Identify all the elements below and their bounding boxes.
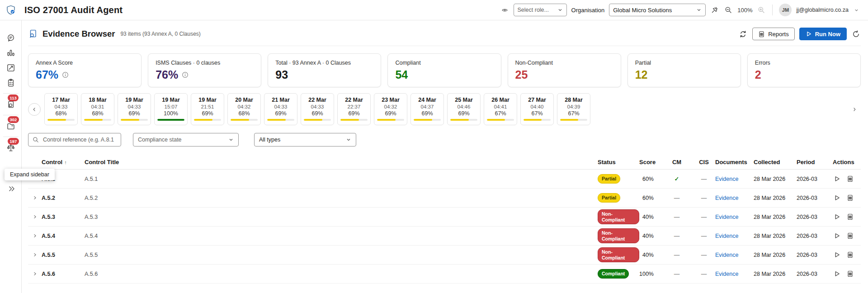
row-expand-button[interactable] [28, 270, 42, 277]
sidebar: 113 302 197 [0, 20, 22, 293]
run-history-tile[interactable]: 18 Mar 04:31 68% [81, 93, 114, 125]
stat-card-value: 25 [515, 69, 528, 80]
run-history-tile[interactable]: 28 Mar 04:39 67% [557, 93, 590, 125]
chevron-down-icon [557, 7, 563, 13]
evidence-link[interactable]: Evidence [715, 176, 738, 182]
evidence-link[interactable]: Evidence [715, 195, 738, 201]
run-control-icon[interactable] [833, 213, 841, 221]
control-search-input[interactable] [42, 136, 117, 143]
scale-icon [6, 143, 15, 152]
col-collected[interactable]: Collected [754, 159, 797, 165]
sidebar-item-folder[interactable]: 302 [0, 118, 21, 133]
reports-button[interactable]: Reports [752, 28, 795, 40]
col-cm[interactable]: CM [661, 159, 693, 165]
folder-icon [6, 122, 15, 131]
tile-date: 24 Mar [414, 97, 441, 103]
preview-icon[interactable] [500, 6, 509, 14]
run-control-icon[interactable] [833, 175, 841, 183]
evidence-link[interactable]: Evidence [715, 252, 738, 258]
stat-card-value: 93 [275, 69, 288, 80]
zoom-in-icon[interactable] [757, 5, 766, 14]
sidebar-item-scale[interactable]: 197 [0, 140, 21, 155]
info-icon[interactable] [182, 71, 189, 78]
run-history-tile[interactable]: 22 Mar 22:37 69% [337, 93, 371, 125]
chevron-down-icon [228, 137, 234, 142]
avatar[interactable]: JM [779, 4, 792, 16]
evidence-link[interactable]: Evidence [715, 214, 738, 220]
run-history-tile[interactable]: 20 Mar 04:32 68% [227, 93, 261, 125]
zoom-out-icon[interactable] [724, 5, 733, 14]
row-expand-button[interactable] [28, 232, 42, 239]
info-icon[interactable] [62, 71, 69, 78]
refresh-icon[interactable] [851, 29, 861, 39]
evidence-link[interactable]: Evidence [715, 233, 738, 239]
cell-control-title: A.5.1 [85, 176, 598, 182]
sidebar-item-chat[interactable] [0, 30, 21, 45]
organisation-label: Organisation [571, 7, 605, 14]
run-control-icon[interactable] [833, 232, 841, 240]
row-expand-button[interactable] [28, 194, 42, 201]
run-history-tile[interactable]: 25 Mar 04:46 69% [447, 93, 481, 125]
tile-time: 04:32 [231, 104, 258, 109]
run-history-tile[interactable]: 27 Mar 04:40 67% [520, 93, 554, 125]
sidebar-item-evidence-search[interactable]: 113 [0, 97, 21, 112]
col-status[interactable]: Status [598, 159, 639, 165]
col-score[interactable]: Score [639, 159, 661, 165]
tile-progress-track [231, 119, 258, 121]
compliance-state-select[interactable]: Compliance state [133, 133, 239, 146]
cell-control: A.5.4 [42, 233, 85, 239]
organisation-select[interactable]: Global Micro Solutions [609, 4, 706, 16]
stat-card-label: Compliant [395, 60, 493, 66]
document-icon[interactable] [846, 175, 854, 183]
col-period[interactable]: Period [797, 159, 833, 165]
run-history-tile[interactable]: 19 Mar 21:51 69% [191, 93, 224, 125]
col-documents[interactable]: Documents [715, 159, 754, 165]
carousel-next-button[interactable] [848, 103, 861, 116]
col-cis[interactable]: CIS [693, 159, 715, 165]
col-control[interactable]: Control↑ [42, 159, 85, 165]
run-history-tile[interactable]: 26 Mar 04:41 67% [484, 93, 517, 125]
tile-progress-track [450, 119, 477, 121]
expand-sidebar-button[interactable] [5, 184, 19, 194]
run-history-tile[interactable]: 24 Mar 04:37 69% [410, 93, 444, 125]
role-select[interactable]: Select role... [514, 4, 567, 16]
sync-icon[interactable] [738, 29, 748, 39]
run-history-tile[interactable]: 23 Mar 04:32 69% [374, 93, 407, 125]
run-history-tile[interactable]: 19 Mar 15:07 100% [154, 93, 188, 125]
document-icon[interactable] [846, 250, 854, 259]
sidebar-item-bar-chart[interactable] [0, 45, 21, 60]
run-history-tile[interactable]: 22 Mar 04:33 69% [301, 93, 334, 125]
document-icon[interactable] [846, 194, 854, 202]
tile-date: 22 Mar [340, 97, 368, 103]
document-icon[interactable] [846, 213, 854, 221]
tile-score: 69% [450, 110, 477, 117]
evidence-link[interactable]: Evidence [715, 271, 738, 277]
compliance-state-value: Compliance state [138, 137, 182, 143]
run-control-icon[interactable] [833, 250, 841, 259]
row-expand-button[interactable] [28, 213, 42, 220]
pin-icon[interactable] [710, 5, 719, 14]
run-now-button[interactable]: Run Now [799, 28, 847, 40]
col-control-title[interactable]: Control Title [85, 159, 598, 165]
run-history-tiles: 17 Mar 04:33 68% 18 Mar 04:31 68% 19 Mar… [44, 93, 590, 125]
document-icon[interactable] [846, 269, 854, 278]
carousel-prev-button[interactable] [28, 103, 41, 116]
col-actions: Actions [833, 159, 861, 165]
tile-progress-track [84, 119, 111, 121]
cell-cm: — [661, 233, 693, 239]
run-history-tile[interactable]: 17 Mar 04:33 68% [44, 93, 78, 125]
tile-time: 04:46 [450, 104, 477, 109]
tile-progress-track [157, 119, 184, 121]
run-history-tile[interactable]: 19 Mar 04:33 69% [118, 93, 151, 125]
table-row: A.5.5 A.5.5 Non-Compliant 40% — — Eviden… [28, 246, 861, 265]
type-select[interactable]: All types [254, 133, 356, 146]
row-expand-button[interactable] [28, 251, 42, 258]
sidebar-item-trend[interactable] [0, 60, 21, 75]
sidebar-item-checklist[interactable] [0, 75, 21, 90]
chevron-down-icon [696, 7, 702, 13]
run-control-icon[interactable] [833, 269, 841, 278]
run-control-icon[interactable] [833, 194, 841, 202]
user-menu-chevron-icon[interactable] [853, 7, 860, 14]
document-icon[interactable] [846, 232, 854, 240]
run-history-tile[interactable]: 21 Mar 04:33 69% [264, 93, 297, 125]
